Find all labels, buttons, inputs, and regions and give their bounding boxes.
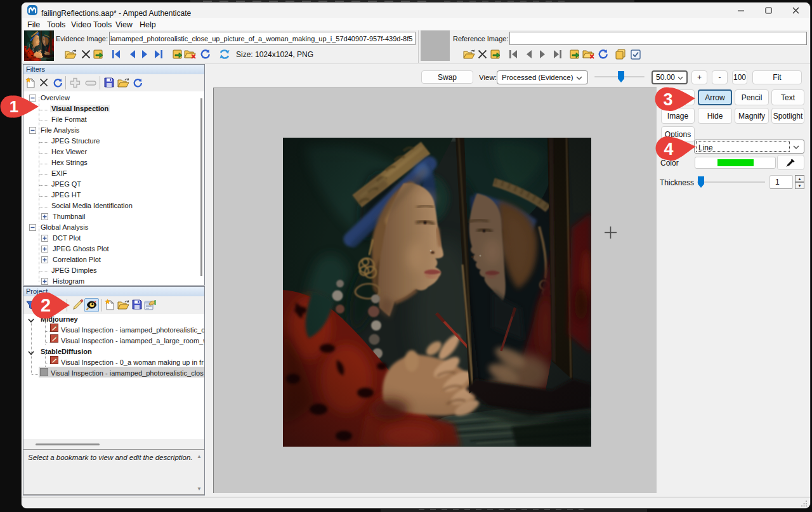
svg-text:1: 1 — [10, 97, 18, 116]
svg-text:3: 3 — [663, 90, 672, 109]
svg-text:4: 4 — [664, 140, 673, 159]
svg-text:2: 2 — [41, 295, 51, 315]
